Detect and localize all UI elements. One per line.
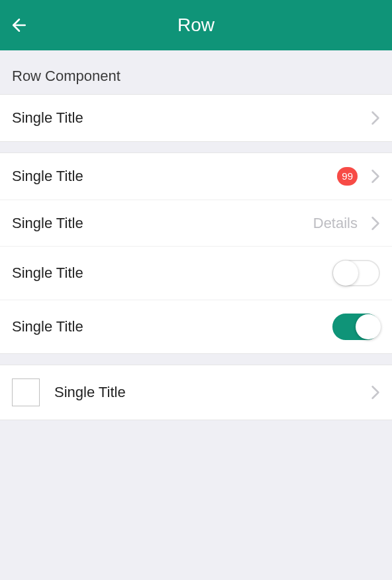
app-header: Row: [0, 0, 392, 50]
page-title: Row: [177, 15, 215, 36]
section-header: Row Component: [0, 50, 392, 94]
toggle-knob: [333, 261, 358, 286]
row-single-title-1[interactable]: Single Title: [0, 95, 392, 141]
list-group-1: Single Title: [0, 94, 392, 142]
chevron-right-icon: [371, 111, 380, 125]
thumbnail-icon: [12, 378, 40, 406]
toggle-knob: [356, 314, 381, 339]
count-badge: 99: [337, 167, 358, 186]
row-single-title-thumb[interactable]: Single Title: [0, 365, 392, 420]
row-single-title-switch-on: Single Title: [0, 300, 392, 353]
row-title: Single Title: [12, 264, 83, 282]
back-button[interactable]: [9, 0, 41, 50]
row-title: Single Title: [12, 168, 83, 185]
toggle-switch[interactable]: [332, 314, 380, 340]
arrow-left-icon: [9, 15, 29, 35]
row-title: Single Title: [12, 109, 83, 127]
row-single-title-switch-off: Single Title: [0, 246, 392, 300]
list-group-2: Single Title 99 Single Title Details: [0, 152, 392, 354]
row-title: Single Title: [12, 215, 83, 232]
row-single-title-badge[interactable]: Single Title 99: [0, 153, 392, 200]
chevron-right-icon: [371, 385, 380, 400]
toggle-switch[interactable]: [332, 260, 380, 286]
list-group-3: Single Title: [0, 365, 392, 420]
row-detail-text: Details: [313, 215, 358, 232]
row-single-title-details[interactable]: Single Title Details: [0, 200, 392, 246]
row-title: Single Title: [54, 384, 126, 401]
chevron-right-icon: [371, 216, 380, 231]
row-title: Single Title: [12, 318, 83, 335]
chevron-right-icon: [371, 169, 380, 184]
